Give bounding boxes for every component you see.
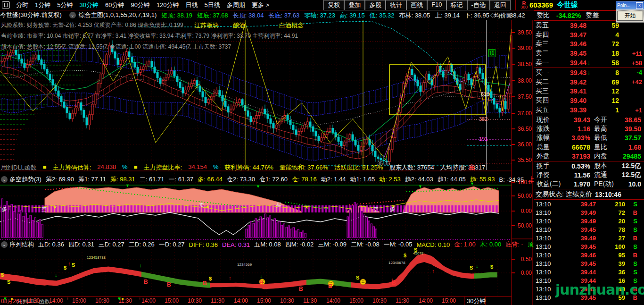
stock-code: 603369 <box>529 1 553 9</box>
orderbook-row[interactable]: 买四39.4012 <box>534 96 644 105</box>
dollar-signal: S <box>470 265 473 271</box>
tick-volume: 72 <box>596 209 625 216</box>
tick-flag: S <box>625 260 637 267</box>
tick-time: 13:10 <box>536 226 557 233</box>
header-field: DEA: 0.31 <box>222 241 250 248</box>
orderbook-row[interactable]: 买二39.4269+42 <box>534 77 644 87</box>
star-icon: ★ <box>53 205 57 210</box>
tab-更多 >[interactable]: 更多 > <box>248 1 272 9</box>
infobar-corner-icons[interactable]: ◇ ▣ <box>490 11 517 18</box>
sector-tag[interactable]: 白酒概念 <box>279 21 304 30</box>
ob-volume: 59 <box>594 22 619 29</box>
tick-row[interactable]: 13:1039.4927B <box>534 234 644 242</box>
orderbook-row[interactable]: 买一39.43↓8-4 <box>534 68 644 77</box>
orderbook-row[interactable]: 卖一39.44↓58+58 <box>534 58 644 68</box>
复权-button[interactable]: 复权 <box>323 0 344 10</box>
time-label: 14:00 <box>49 297 63 304</box>
chevron-down-icon[interactable]: ⌄ <box>69 12 76 18</box>
stat-field: 股东人数: 37654 <box>389 163 434 172</box>
ob-delta: -4 <box>619 69 642 76</box>
tick-row[interactable]: 13:1039.45100S <box>534 242 644 251</box>
tab-日线[interactable]: 日线 <box>182 1 201 9</box>
ob-price: 39.44 <box>556 59 586 67</box>
toolbar-buttons: 复权叠加多股统计画线F10标记-自选返回 <box>323 0 511 10</box>
返回-button[interactable]: 返回 <box>490 0 511 10</box>
info-value: 39.50 <box>616 125 641 133</box>
ob-volume: 58 <box>594 59 619 67</box>
F10-button[interactable]: F10 <box>427 0 446 10</box>
tick-row[interactable]: 13:1039.4972B <box>534 208 644 217</box>
叠加-button[interactable]: 叠加 <box>344 0 365 10</box>
orderbook-row[interactable]: 卖二39.4518+11 <box>534 49 644 58</box>
header-field: 动2: 1.44 <box>321 175 346 184</box>
tab-1分钟[interactable]: 1分钟 <box>32 1 54 9</box>
close-icon[interactable]: x <box>636 2 643 9</box>
chevron-down-icon[interactable]: ⌄ <box>1 241 8 248</box>
tab-5日线[interactable]: 5日线 <box>201 1 223 9</box>
orderbook-row[interactable]: 卖四39.474 <box>534 30 644 40</box>
标记-button[interactable]: 标记 <box>446 0 467 10</box>
sector-tag[interactable]: 江苏板块 <box>194 21 219 30</box>
tick-time: 13:10 <box>536 260 557 267</box>
info-value: 38.65 <box>616 116 641 124</box>
多股-button[interactable]: 多股 <box>365 0 386 10</box>
tab-120分钟[interactable]: 120分钟 <box>153 1 182 9</box>
poin-titlebar[interactable]: Poin... x <box>616 1 644 9</box>
tick-row[interactable]: 13:1039.4695B <box>534 251 644 259</box>
tab-分时[interactable]: 分时 <box>13 1 32 9</box>
sector-tag[interactable]: 酿酒 <box>233 21 245 30</box>
stat-field: 用到DLL函数 <box>1 163 37 172</box>
orderbook-row[interactable]: 买三39.4112 <box>534 87 644 96</box>
stat-field: 主力控盘比率: <box>144 163 182 172</box>
b-signal: B <box>259 280 264 286</box>
ob-price: 39.45 <box>556 50 586 57</box>
ob-price: 39.41 <box>556 87 586 95</box>
tick-time: 13:10 <box>536 303 557 305</box>
tab-30分钟[interactable]: 30分钟 <box>76 1 101 9</box>
axis-label: -50.00 <box>513 222 532 229</box>
start-button[interactable]: 开始 <box>617 11 643 21</box>
tick-row[interactable]: 13:1039.4920S <box>534 217 644 225</box>
tab-多周期[interactable]: 多周期 <box>223 1 248 9</box>
tick-row[interactable]: 13:1039.4436S <box>534 268 644 276</box>
down-arrow-icon: ↓ <box>260 274 263 279</box>
统计-button[interactable]: 统计 <box>386 0 406 10</box>
tick-row[interactable]: 13:1039.4539S <box>534 259 644 268</box>
tick-row[interactable]: 13:1039.4315S <box>534 302 644 304</box>
quote-info-row: 净资11.56流通12.5亿 <box>534 170 644 179</box>
tab-60分钟[interactable]: 60分钟 <box>102 1 127 9</box>
info-field: 下: 36.95 <box>464 12 489 19</box>
number-sequence: 123458788 <box>87 256 106 260</box>
info-label: 现价 <box>537 116 561 124</box>
tick-row[interactable]: 13:1039.47210S <box>534 200 644 208</box>
period-label[interactable]: 30分钟 <box>467 297 486 305</box>
info-label: 收益(二) <box>537 180 561 188</box>
tick-flag: S <box>625 269 637 276</box>
dollar-signal: $ <box>1 272 4 278</box>
axis-label: 36.00 <box>513 141 532 148</box>
header-field: MACD: 0.10 <box>416 241 450 248</box>
orderbook-row[interactable]: 卖三39.4672 <box>534 40 644 49</box>
tab-90分钟[interactable]: 90分钟 <box>127 1 153 9</box>
ob-price: 39.42 <box>556 78 586 86</box>
tab-5分钟[interactable]: 5分钟 <box>54 1 76 9</box>
time-label: 11:30 <box>303 297 317 304</box>
header-field: 五M: 0.08 <box>254 240 281 249</box>
tick-row[interactable]: 13:1039.4578S <box>534 225 644 234</box>
window-icon[interactable] <box>2 1 10 8</box>
quote-info-grid: 现价39.43今开38.65涨跌1.16最高39.50涨幅3.03%最低37.5… <box>534 115 644 189</box>
ob-arrow-icon: ↓ <box>586 59 594 66</box>
画线-button[interactable]: 画线 <box>406 0 427 10</box>
orderbook-row[interactable]: 买五39.391+1 <box>534 105 644 115</box>
top-menu-bar: 分时1分钟5分钟30分钟60分钟90分钟120分钟日线5日线多周期更多 > 复权… <box>0 0 644 10</box>
axis-label: 0.50 <box>513 256 532 263</box>
tick-time: 13:10 <box>536 269 557 276</box>
axis-label: 39.00 <box>513 45 532 51</box>
header-field: 二D: 0.26 <box>129 240 155 249</box>
chevron-down-icon[interactable]: ⌄ <box>1 176 8 183</box>
-自选-button[interactable]: -自选 <box>467 0 490 10</box>
header-field: 四D: 0.31 <box>68 240 94 249</box>
tick-time: 13:10 <box>536 209 557 216</box>
info-value: 0.53% <box>561 162 590 170</box>
top-flag: 顶 <box>488 49 495 57</box>
